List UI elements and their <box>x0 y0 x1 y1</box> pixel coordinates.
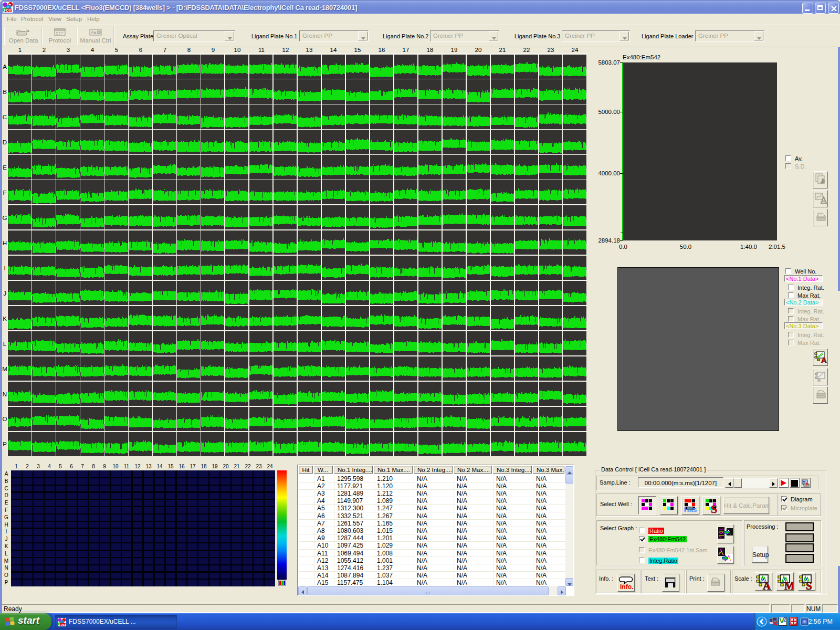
svg-text:FDSS: FDSS <box>59 623 66 626</box>
svg-text:P#: P# <box>91 30 97 35</box>
svg-text:FDSS: FDSS <box>4 8 13 12</box>
svg-text:A: A <box>821 355 827 364</box>
svg-text:S: S <box>806 580 812 590</box>
svg-text:S: S <box>711 502 717 513</box>
svg-text:Hits: Hits <box>684 506 697 513</box>
svg-text:Info.: Info. <box>620 583 633 591</box>
svg-text:A: A <box>763 580 771 590</box>
svg-text:M: M <box>784 580 793 590</box>
